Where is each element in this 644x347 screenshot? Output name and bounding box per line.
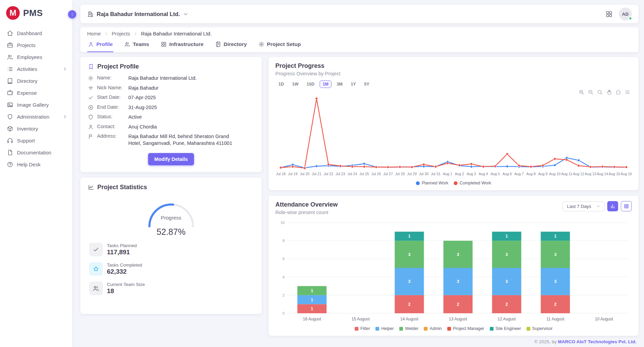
range-selector: 1D 1W 15D 1M 3M 1Y 5Y [275,80,632,88]
range-1m-button[interactable]: 1M [320,80,332,88]
svg-text:1: 1 [311,298,313,302]
building-icon [87,11,94,17]
range-1y-button[interactable]: 1Y [348,80,359,88]
sidebar-collapse-button[interactable] [68,10,76,18]
range-1d-button[interactable]: 1D [275,80,287,88]
legend-admin[interactable]: Admin [424,326,441,331]
card-title: Project Progress [275,62,632,70]
flag-icon [88,134,94,139]
progress-line-chart[interactable]: Jul 18Jul 19Jul 20Jul 21Jul 22Jul 23Jul … [275,89,632,179]
tab-project-setup[interactable]: Project Setup [258,40,302,52]
legend-completed-work[interactable]: Completed Work [454,181,491,185]
legend-site-engineer[interactable]: Site Engineer [490,326,521,331]
shield-icon [7,114,13,120]
chevron-right-icon [133,31,138,36]
svg-text:Jul 25: Jul 25 [359,172,369,176]
sidebar-item-documentation[interactable]: Documentation [0,147,72,159]
card-subtitle: Role-wise present count [275,210,338,215]
chevron-down-icon [183,12,188,17]
sidebar-item-help-desk[interactable]: Help Desk [0,159,72,170]
tab-profile[interactable]: Profile [87,40,113,52]
sidebar-item-projects[interactable]: Projects [0,39,72,51]
bar-chart-icon [610,203,615,209]
image-icon [7,102,13,108]
legend-welder[interactable]: Welder [399,326,418,331]
svg-text:2: 2 [283,293,285,297]
svg-text:Aug 15: Aug 15 [609,172,620,176]
project-progress-card: Project Progress Progress Overview by Pr… [269,57,639,190]
sidebar-item-label: Help Desk [17,162,41,167]
sidebar-item-expense[interactable]: Expense [0,87,72,99]
table-view-button[interactable] [621,201,632,211]
tab-directory[interactable]: Directory [214,40,247,52]
svg-text:Jul 21: Jul 21 [312,172,321,176]
tab-infrastructure[interactable]: Infrastructure [160,40,204,52]
stat-tasks-planned: Tasks Planned 117,891 [89,243,254,256]
modify-details-button[interactable]: Modify Details [148,153,194,165]
svg-text:10 August: 10 August [595,317,613,321]
range-15d-button[interactable]: 15D [304,80,318,88]
chart-view-button[interactable] [607,201,618,211]
svg-text:3: 3 [505,252,508,257]
svg-text:14 August: 14 August [400,317,419,321]
svg-text:3: 3 [505,279,508,284]
legend-fitter[interactable]: Fitter [355,326,370,331]
apps-grid-icon[interactable] [606,11,613,18]
user-avatar[interactable]: AD [619,7,632,20]
sidebar-item-dashboard[interactable]: Dashboard [0,27,72,39]
zoom-in-icon[interactable] [579,89,584,95]
svg-text:Jul 22: Jul 22 [324,172,333,176]
online-status-dot [629,17,632,20]
company-selector[interactable]: Raja Bahadur International Ltd. [87,11,188,17]
box-icon [7,125,13,132]
date-range-select[interactable]: Last 7 Days [563,201,605,211]
home-reset-icon[interactable] [615,89,621,95]
field-status: Status: Active [88,114,254,121]
company-name: Raja Bahadur International Ltd. [97,11,180,17]
sidebar-nav: Dashboard Projects Employees Activities … [0,27,72,170]
legend-planned-work[interactable]: Planned Work [416,181,448,185]
breadcrumb: Home Projects Raja Bahadur International… [86,31,632,36]
range-5y-button[interactable]: 5Y [361,80,372,88]
sidebar-item-label: Inventory [17,126,38,132]
sidebar-item-activities[interactable]: Activities [0,63,72,75]
svg-text:6: 6 [283,257,285,261]
sidebar-item-label: Projects [17,42,35,48]
attendance-overview-card: Attendance Overview Role-wise present co… [269,196,639,336]
sidebar-item-administration[interactable]: Administration [0,111,72,123]
magnifier-icon[interactable] [597,89,603,95]
zoom-out-icon[interactable] [588,89,594,95]
page-footer: © 2025, by MARCO AIoT Technologies Pvt. … [80,336,639,344]
hand-pan-icon[interactable] [606,89,612,95]
sidebar-item-directory[interactable]: Directory [0,75,72,87]
breadcrumb-projects[interactable]: Projects [112,31,130,36]
card-subtitle: Progress Overview by Project [275,71,632,76]
logo-icon: M [6,6,20,20]
svg-text:Jul 27: Jul 27 [383,172,393,176]
app-logo[interactable]: M PMS [0,0,72,27]
breadcrumb-tabs-panel: Home Projects Raja Bahadur International… [80,27,639,52]
sidebar-item-image-gallery[interactable]: Image Gallery [0,99,72,111]
breadcrumb-home[interactable]: Home [87,31,101,36]
legend-helper[interactable]: Helper [375,326,394,331]
sidebar-item-support[interactable]: Support [0,135,72,147]
svg-text:1: 1 [311,306,313,311]
legend-project-manager[interactable]: Project Manager [447,326,484,331]
sidebar-item-employees[interactable]: Employees [0,51,72,63]
svg-text:Jul 26: Jul 26 [371,172,381,176]
chevron-right-icon [62,66,67,72]
sidebar-item-label: Activities [17,66,37,72]
sidebar-item-inventory[interactable]: Inventory [0,123,72,135]
sidebar-item-label: Support [17,138,35,144]
menu-icon[interactable] [625,89,630,95]
stat-current-team-size: Current Team Size 18 [89,282,254,295]
tab-teams[interactable]: Teams [124,40,150,52]
sidebar-item-label: Directory [17,78,37,84]
footer-company-link[interactable]: MARCO AIoT Technologies Pvt. Ltd. [558,339,637,344]
project-profile-card: Project Profile Name: Raja Bahadur Inter… [80,57,262,172]
range-1w-button[interactable]: 1W [289,80,302,88]
progress-gauge: Progress [141,196,202,230]
attendance-bar-chart[interactable]: 024681016 August11115 August14 August233… [275,217,632,325]
range-3m-button[interactable]: 3M [334,80,345,88]
legend-supervisor[interactable]: Supervisor [527,326,553,331]
